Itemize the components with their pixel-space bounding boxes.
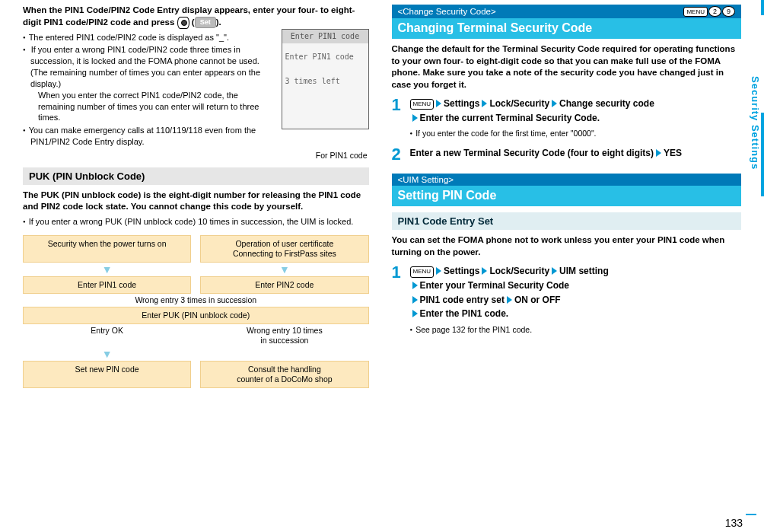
tri-icon — [507, 296, 512, 304]
step-part: Lock/Security — [489, 98, 549, 109]
flow-text: counter of a DoCoMo shop — [237, 374, 333, 384]
flow-label: Wrong entry 3 times in succession — [23, 295, 369, 304]
digit-key: 2 — [708, 6, 721, 17]
side-stripe — [761, 0, 764, 15]
flow-box: Enter PIN1 code — [23, 276, 191, 294]
menu-key-icon: MENU — [410, 266, 435, 277]
section-tab: Security Settings — [750, 76, 761, 170]
puk-bullets: If you enter a wrong PUK (PIN unblock co… — [23, 216, 369, 228]
feature-tag: <UIM Setting> — [398, 175, 454, 184]
tri-icon — [436, 100, 441, 107]
note-item: See page 132 for the PIN1 code. — [410, 324, 742, 335]
feature-title: Changing Terminal Security Code — [392, 18, 742, 39]
menu-key-icon: MENU — [683, 7, 708, 17]
step-part: Enter the PIN1 code. — [420, 308, 509, 319]
puk-heading: PUK (PIN Unblock Code) — [23, 167, 369, 185]
flow-box: Operation of user certificate Connecting… — [200, 235, 368, 263]
tri-icon — [552, 100, 557, 107]
flow-text: Wrong entry 10 times — [247, 326, 323, 335]
step-body: MENUSettingsLock/SecurityChange security… — [410, 97, 742, 125]
step-part: UIM setting — [559, 266, 609, 276]
tri-icon — [412, 282, 418, 289]
digit-key: 9 — [722, 6, 735, 17]
feature-tag: <Change Security Code> — [398, 7, 496, 16]
step-number: 1 — [392, 264, 406, 281]
step-number: 1 — [392, 97, 406, 113]
step-part: Enter your Terminal Security Code — [420, 280, 570, 291]
screenshot-line: 3 times left — [285, 75, 365, 88]
step-part: Settings — [444, 98, 479, 109]
step-part: Settings — [444, 266, 479, 276]
flow-label: Entry OK — [23, 326, 191, 345]
screenshot-caption: For PIN1 code — [23, 151, 369, 160]
step-body: Enter a new Terminal Security Code (four… — [410, 146, 742, 161]
puk-intro: The PUK (PIN unblock code) is the eight-… — [23, 190, 369, 213]
feature-title: Setting PIN Code — [392, 186, 742, 206]
menu-shortcut: MENU 2 9 — [683, 6, 735, 17]
center-key-icon — [177, 17, 189, 29]
flow-arrow-down-icon — [200, 347, 368, 361]
tri-icon — [552, 267, 557, 275]
change-security-intro: Change the default for the Terminal Secu… — [392, 43, 742, 91]
page-accent — [746, 514, 756, 515]
tri-icon — [412, 296, 418, 304]
step-part: Change security code — [559, 98, 654, 109]
flow-label: Wrong entry 10 times in succession — [200, 326, 368, 345]
page-number: 133 — [725, 517, 743, 529]
step-part: Lock/Security — [489, 266, 549, 276]
pin-flowchart: Security when the power turns on Operati… — [23, 235, 369, 388]
flow-text: in succession — [260, 336, 308, 345]
flow-text: Connecting to FirstPass sites — [233, 249, 336, 258]
flow-arrow-down-icon: ▼ — [200, 263, 368, 276]
screenshot-line: Enter PIN1 code — [285, 51, 365, 63]
step-note: If you enter the code for the first time… — [410, 128, 742, 139]
tri-icon — [656, 149, 661, 157]
step-part: Enter a new Terminal Security Code (four… — [410, 148, 654, 158]
tri-icon — [482, 267, 487, 275]
note-item: If you enter the code for the first time… — [410, 128, 742, 139]
right-column: <Change Security Code> MENU 2 9 Changing… — [392, 5, 742, 388]
flow-box: Security when the power turns on — [23, 235, 191, 263]
tri-icon — [412, 310, 418, 317]
pin-entry-lead: When the PIN1 Code/PIN2 Code Entry displ… — [23, 5, 369, 29]
uim-header: <UIM Setting> Setting PIN Code — [392, 174, 742, 206]
flow-text: Consult the handling — [248, 365, 321, 374]
pin1-entry-set-heading: PIN1 Code Entry Set — [392, 212, 742, 230]
step-number: 2 — [392, 146, 406, 163]
flow-box: Enter PIN2 code — [200, 276, 368, 294]
flow-arrow-down-icon: ▼ — [23, 347, 191, 361]
lead-text-3: ). — [216, 18, 221, 27]
step-1: 1 MENUSettingsLock/SecurityChange securi… — [392, 97, 742, 125]
step-part: Enter the current Terminal Security Code… — [420, 113, 600, 123]
step-part: ON or OFF — [514, 295, 561, 305]
change-security-header: <Change Security Code> MENU 2 9 Changing… — [392, 5, 742, 39]
step-1-uim: 1 MENUSettingsLock/SecurityUIM setting E… — [392, 264, 742, 320]
bullet-item: If you enter a wrong PUK (PIN unblock co… — [23, 216, 369, 228]
flow-arrow-down-icon: ▼ — [23, 263, 191, 276]
tri-icon — [482, 100, 487, 107]
step-part: PIN1 code entry set — [420, 295, 505, 305]
flow-box: Enter PUK (PIN unblock code) — [23, 307, 369, 324]
flow-box: Consult the handling counter of a DoCoMo… — [200, 361, 368, 388]
tri-icon — [412, 114, 418, 122]
side-stripe — [761, 113, 764, 196]
step-part: YES — [664, 148, 682, 158]
set-button-label: Set — [195, 17, 216, 28]
pin1-screenshot: Enter PIN1 code Enter PIN1 code 3 times … — [282, 29, 369, 129]
tri-icon — [436, 267, 441, 275]
screenshot-title: Enter PIN1 code — [282, 30, 368, 43]
pin1-entry-intro: You can set the FOMA phone not to work u… — [392, 234, 742, 258]
menu-key-icon: MENU — [410, 99, 435, 110]
flow-box: Set new PIN code — [23, 361, 191, 388]
step-2: 2 Enter a new Terminal Security Code (fo… — [392, 146, 742, 163]
flow-text: Operation of user certificate — [235, 239, 333, 248]
step-note: See page 132 for the PIN1 code. — [410, 324, 742, 335]
left-column: When the PIN1 Code/PIN2 Code Entry displ… — [23, 5, 369, 388]
bullet-text: If you enter a wrong PIN1 code/PIN2 code… — [30, 45, 260, 88]
step-body: MENUSettingsLock/SecurityUIM setting Ent… — [410, 264, 742, 320]
